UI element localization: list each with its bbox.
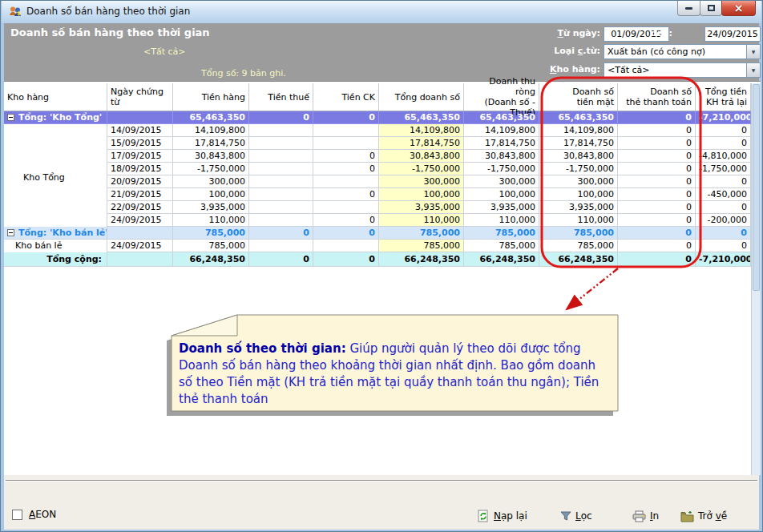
table-row[interactable]: 24/09/2015 110,000 0 110,000 110,000 110… [4,214,751,227]
warehouse-value: <Tất cả> [608,65,650,75]
from-date-label: Từ ngày: [523,28,600,38]
group-cell: Tổng: 'Kho Tổng' [4,111,107,124]
cell: 14,109,800 [379,124,464,137]
checkbox-icon[interactable] [12,510,22,520]
table-row[interactable]: 14/09/2015 14,109,800 14,109,800 14,109,… [4,124,751,137]
separator [6,480,757,482]
cell: -1,750,000 [464,163,539,175]
table-row[interactable]: 21/09/2015 100,000 0 100,000 100,000 100… [4,188,751,201]
column-header-kho-hang[interactable]: Kho hàng [4,83,107,111]
table-row[interactable]: 20/09/2015 300,000 300,000 300,000 300,0… [4,175,751,188]
filter-icon [560,510,571,522]
cell: -7,210,000 [696,252,751,267]
cell: 30,843,800 [464,150,539,163]
cell: 14,109,800 [173,124,249,137]
cell: 17/09/2015 [107,150,173,163]
cell [107,252,173,267]
cell [249,188,313,201]
cell: 0 [696,201,751,214]
data-grid: Kho hàng Ngày chứng từ Tiền hàng Tiền th… [4,83,751,267]
column-header-tien-hang[interactable]: Tiền hàng [173,83,249,111]
doc-type-label: Loại c.từ: [523,46,600,56]
column-header-doanh-thu-rong[interactable]: Doanh thu ròng (Doanh số - Thuế) [464,83,539,111]
collapse-icon[interactable] [7,229,14,236]
to-date-input[interactable]: 24/09/2015 [704,26,761,42]
app-icon: $ [9,6,22,18]
cell: 20/09/2015 [107,175,173,188]
maximize-button[interactable] [700,1,722,16]
print-button[interactable]: In [632,509,659,523]
table-row[interactable]: 17/09/2015 30,843,800 0 30,843,800 30,84… [4,150,751,163]
cell: 66,248,350 [173,252,249,267]
column-header-doanh-so-tien-mat[interactable]: Doanh số tiền mặt [539,83,618,111]
cell [313,240,379,252]
table-row[interactable]: 18/09/2015 -1,750,000 0 -1,750,000 -1,75… [4,163,751,175]
cell [249,240,313,252]
close-button[interactable]: × [721,1,756,16]
cell: 0 [313,111,379,124]
scrollbar-thumb[interactable] [753,84,760,291]
minimize-button[interactable] [677,1,700,16]
column-header-tien-ck[interactable]: Tiền CK [313,83,379,111]
cell: 0 [618,188,696,201]
doc-type-select[interactable]: Xuất bán (có công nợ) ▼ [604,44,761,59]
table-row[interactable]: 22/09/2015 3,935,000 3,935,000 3,935,000… [4,201,751,214]
back-button[interactable]: Trở về [680,509,727,523]
collapse-icon[interactable] [7,114,14,121]
vertical-scrollbar[interactable] [751,83,761,475]
cell: 0 [618,137,696,150]
cell: 66,248,350 [464,252,539,267]
table-row[interactable]: 15/09/2015 17,814,750 17,814,750 17,814,… [4,137,751,150]
cell: 785,000 [173,227,249,240]
column-header-tong-doanh-so[interactable]: Tổng doanh số [379,83,464,111]
chevron-down-icon[interactable]: ▼ [746,63,760,77]
cell: 0 [696,227,751,240]
svg-text:$: $ [17,10,21,17]
doc-type-value: Xuất bán (có công nợ) [608,46,705,57]
cell: 110,000 [464,214,539,227]
column-header-ngay-chung-tu[interactable]: Ngày chứng từ [107,83,173,111]
warehouse-select[interactable]: <Tất cả> ▼ [604,62,761,78]
cell: 65,463,350 [539,111,618,124]
cell: 0 [249,227,313,240]
column-header-tien-thue[interactable]: Tiền thuế [249,83,313,111]
report-header-panel: Doanh số bán hàng theo thời gian <Tất cả… [4,23,759,81]
grid-area: Kho hàng Ngày chứng từ Tiền hàng Tiền th… [4,81,761,475]
chevron-down-icon[interactable]: ▼ [746,45,760,58]
close-icon: × [734,2,744,14]
cell: 30,843,800 [379,150,464,163]
reload-button[interactable]: Nạp lại [477,509,527,523]
cell: 100,000 [539,188,618,201]
grand-total-row[interactable]: Tổng cộng: 66,248,350 0 0 66,248,350 66,… [4,252,751,267]
cell: 100,000 [173,188,249,201]
cell: 0 [313,227,379,240]
cell: 0 [696,137,751,150]
window-title: Doanh số bán hàng theo thời gian [26,6,190,17]
cell: Kho bán lẻ [4,240,107,252]
cell [313,124,379,137]
table-row[interactable]: Kho bán lẻ 24/09/2015 785,000 785,000 78… [4,240,751,252]
filter-label: Lọc [575,510,592,522]
cell: -450,000 [696,188,751,201]
cell: 100,000 [379,188,464,201]
cell: 0 [618,175,696,188]
printer-icon [632,510,646,522]
cell: 3,935,000 [379,201,464,214]
titlebar: $ Doanh số bán hàng theo thời gian × [2,1,761,23]
print-label: In [650,510,659,522]
cell: 3,935,000 [173,201,249,214]
to-date-label: đến: [642,28,672,38]
cell: 0 [249,111,313,124]
group-row-kho-tong[interactable]: Tổng: 'Kho Tổng' 65,463,350 0 0 65,463,3… [4,111,751,124]
cell: 785,000 [379,240,464,252]
column-header-kh-tra-lai[interactable]: Tổng tiền KH trả lại [696,83,751,111]
group-row-kho-ban-le[interactable]: Tổng: 'Kho bán lẻ' 785,000 0 0 785,000 7… [4,227,751,240]
cell: 65,463,350 [173,111,249,124]
filter-button[interactable]: Lọc [560,509,592,523]
column-header-doanh-so-the[interactable]: Doanh số thẻ thanh toán [618,83,696,111]
record-count: Tổng số: 9 bản ghi. [201,68,286,79]
aeon-checkbox[interactable]: AEON [12,509,56,520]
merged-warehouse-label: Kho Tổng [4,126,107,228]
cell: 300,000 [539,175,618,188]
cell: 100,000 [464,188,539,201]
